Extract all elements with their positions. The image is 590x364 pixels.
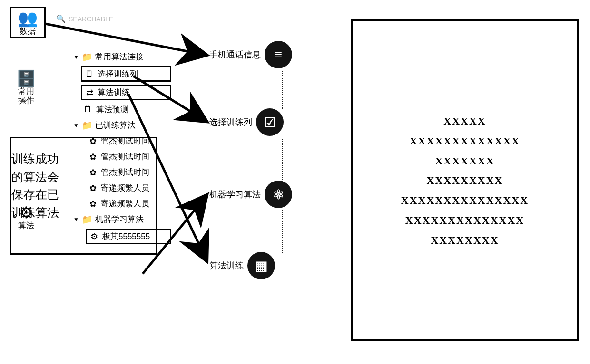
- search-placeholder: SEARCHABLE: [69, 15, 113, 23]
- workflow-node-phone-info[interactable]: 手机通话信息 ≡: [209, 41, 292, 68]
- database-icon: 🗄️: [10, 70, 43, 86]
- tree-label: 选择训练列: [98, 68, 138, 79]
- chevron-down-icon: ▼: [73, 216, 79, 223]
- tree-label: 算法预测: [96, 104, 128, 115]
- chevron-down-icon: ▼: [73, 122, 79, 129]
- flower-icon: ✿: [88, 136, 98, 146]
- list-icon: 🗒: [83, 105, 93, 115]
- tree-folder-ml[interactable]: ▼ 📁 机器学习算法: [71, 213, 171, 226]
- workflow-connector: [282, 71, 283, 109]
- placeholder-line: XXXXXXXXXXXXX: [353, 131, 577, 151]
- algorithm-tree: ▼ 📁 常用算法连接 🗒 选择训练列 ⇄ 算法训练 🗒 算法预测 ▼ 📁 已训练…: [71, 48, 171, 247]
- workflow-connector: [282, 210, 283, 253]
- sidebar-item-common-ops[interactable]: 🗄️ 常用 操作: [10, 70, 43, 105]
- tree-folder-trained[interactable]: ▼ 📁 已训练算法: [71, 119, 171, 132]
- flow-icon: ⇄: [84, 87, 95, 98]
- folder-icon: 📁: [82, 120, 92, 131]
- tree-label: 管杰测试时间: [101, 135, 149, 146]
- workflow-label: 算法训练: [209, 260, 244, 271]
- tree-label: 极其5555555: [102, 231, 150, 242]
- atom-icon: ⚛: [265, 181, 292, 208]
- folder-icon: 📁: [82, 214, 92, 225]
- tree-label: 寄递频繁人员: [101, 182, 149, 193]
- placeholder-line: XXXXXXXXXXXXXX: [353, 211, 577, 230]
- tree-folder-common-algo[interactable]: ▼ 📁 常用算法连接: [71, 50, 171, 63]
- bricks-icon: ▦: [247, 252, 275, 279]
- tree-label: 管杰测试时间: [101, 167, 149, 178]
- search-icon: 🔍: [56, 14, 66, 23]
- tree-label: 机器学习算法: [95, 214, 144, 225]
- tree-item-trained-1[interactable]: ✿ 管杰测试时间: [86, 150, 171, 163]
- right-panel-text: XXXXX XXXXXXXXXXXXX XXXXXXX XXXXXXXXX XX…: [353, 111, 577, 250]
- tree-item-trained-2[interactable]: ✿ 管杰测试时间: [86, 166, 171, 179]
- tree-label: 管杰测试时间: [101, 151, 149, 162]
- sidebar-label: 常用 操作: [10, 87, 43, 105]
- workflow-connector: [282, 139, 283, 182]
- tree-label: 寄递频繁人员: [101, 198, 149, 209]
- flower-icon: ✿: [88, 183, 98, 193]
- tree-item-trained-3[interactable]: ✿ 寄递频繁人员: [86, 182, 171, 194]
- right-panel: XXXXX XXXXXXXXXXXXX XXXXXXX XXXXXXXXX XX…: [351, 19, 579, 341]
- workflow-node-train[interactable]: 算法训练 ▦: [209, 252, 275, 279]
- tree-item-ml-0[interactable]: ⚙ 极其5555555: [86, 229, 171, 244]
- chevron-down-icon: ▼: [73, 54, 79, 60]
- tree-item-select-cols[interactable]: 🗒 选择训练列: [81, 66, 171, 82]
- workflow-node-select-cols[interactable]: 选择训练列 ☑: [209, 108, 284, 136]
- checklist-icon: ☑: [256, 108, 284, 136]
- sidebar-label: 数据: [11, 27, 44, 36]
- workflow-label: 手机通话信息: [209, 49, 261, 60]
- placeholder-line: XXXXXXXXX: [353, 171, 577, 191]
- placeholder-line: XXXXXXX: [353, 151, 577, 171]
- tree-label: 算法训练: [98, 87, 130, 98]
- flower-icon: ✿: [88, 199, 98, 209]
- flower-icon: ✿: [88, 152, 98, 162]
- tree-label: 已训练算法: [95, 120, 136, 131]
- workflow-label: 选择训练列: [209, 116, 252, 128]
- placeholder-line: XXXXXXXX: [353, 230, 577, 250]
- sidebar-label: 算法: [10, 221, 43, 230]
- placeholder-line: XXXXXXXXXXXXXXX: [353, 191, 577, 211]
- tree-label: 常用算法连接: [95, 51, 144, 62]
- tree-item-predict[interactable]: 🗒 算法预测: [81, 103, 171, 116]
- placeholder-line: XXXXX: [353, 111, 577, 131]
- data-icon: 👥: [11, 10, 44, 26]
- workflow-label: 机器学习算法: [209, 189, 261, 200]
- server-icon: ≡: [265, 41, 292, 68]
- search-input[interactable]: 🔍 SEARCHABLE: [56, 14, 113, 23]
- gear-icon: ⚙: [89, 231, 99, 242]
- tree-item-train[interactable]: ⇄ 算法训练: [81, 85, 171, 100]
- sidebar-item-data[interactable]: 👥 数据: [10, 7, 46, 38]
- list-icon: 🗒: [84, 69, 95, 79]
- workflow-node-ml[interactable]: 机器学习算法 ⚛: [209, 181, 292, 208]
- folder-icon: 📁: [82, 52, 92, 62]
- annotation-text: 训练成功的算法会保存在已训练算法: [11, 150, 69, 221]
- tree-item-trained-0[interactable]: ✿ 管杰测试时间: [86, 134, 171, 147]
- tree-item-trained-4[interactable]: ✿ 寄递频繁人员: [86, 197, 171, 210]
- flower-icon: ✿: [88, 167, 98, 178]
